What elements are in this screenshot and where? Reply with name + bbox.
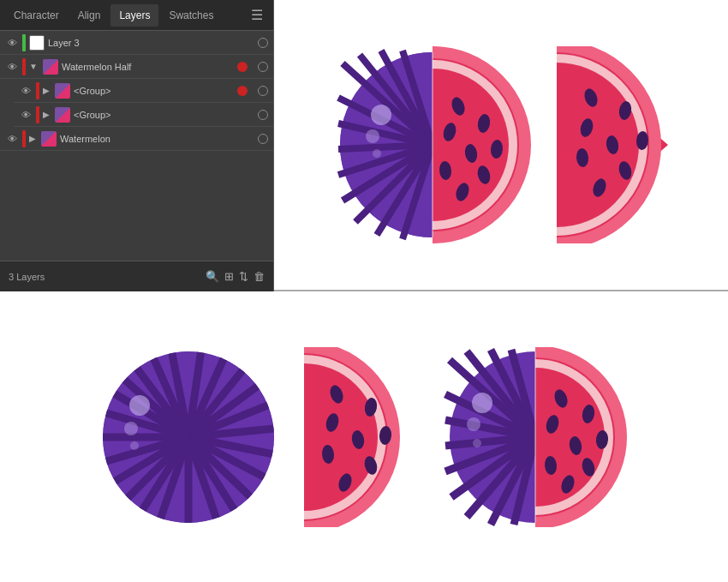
layer-row[interactable]: 👁 Layer 3 <box>0 31 273 55</box>
panel-menu-icon[interactable]: ☰ <box>246 3 268 27</box>
visibility-icon[interactable]: 👁 <box>5 60 19 74</box>
visibility-icon[interactable]: 👁 <box>5 132 19 146</box>
layers-panel: Character Align Layers Swatches ☰ 👁 Laye… <box>0 0 274 291</box>
tab-layers[interactable]: Layers <box>110 4 158 27</box>
layer-thumb <box>29 35 45 51</box>
visibility-icon[interactable]: 👁 <box>19 108 33 122</box>
expand-arrow[interactable]: ▼ <box>29 62 38 71</box>
layer-name: Watermelon <box>60 134 254 144</box>
layer-name: Watermelon Half <box>62 62 234 72</box>
layer-color-bar <box>36 82 39 99</box>
svg-point-103 <box>467 417 480 431</box>
layers-count-label: 3 Layers <box>9 272 45 282</box>
svg-point-72 <box>129 395 150 416</box>
svg-point-17 <box>371 105 391 125</box>
svg-point-104 <box>473 439 481 447</box>
layer-color-bar <box>22 34 26 51</box>
layer-color-bar <box>22 130 26 147</box>
delete-layer-icon[interactable]: 🗑 <box>254 270 265 283</box>
layer-thumb <box>55 83 70 99</box>
layer-row[interactable]: 👁 ▼ Watermelon Half <box>0 55 273 79</box>
layer-target-red[interactable] <box>237 62 248 72</box>
layer-target[interactable] <box>258 134 268 144</box>
layer-name: <Group> <box>74 86 234 96</box>
visibility-icon[interactable]: 👁 <box>5 36 19 50</box>
canvas-area-top <box>274 0 728 290</box>
panel-footer: 3 Layers 🔍 ⊞ ⇅ 🗑 <box>0 261 273 291</box>
expand-arrow[interactable]: ▶ <box>43 110 50 119</box>
watermelon-combo-bottom <box>441 347 630 527</box>
layer-row[interactable]: 👁 ▶ <Group> <box>14 79 273 103</box>
layer-target[interactable] <box>258 38 268 48</box>
layer-target[interactable] <box>258 86 268 96</box>
layer-row[interactable]: 👁 ▶ <Group> <box>14 103 273 127</box>
layer-thumb <box>41 131 57 147</box>
svg-point-102 <box>472 393 492 413</box>
watermelon-purple-full <box>98 347 278 527</box>
layer-name: <Group> <box>74 110 254 120</box>
expand-arrow[interactable]: ▶ <box>29 134 36 143</box>
layer-color-bar <box>22 58 26 75</box>
tab-swatches[interactable]: Swatches <box>160 4 222 27</box>
expand-arrow[interactable]: ▶ <box>43 86 50 95</box>
tab-align[interactable]: Align <box>69 4 110 27</box>
visibility-icon[interactable]: 👁 <box>19 84 33 98</box>
tab-character[interactable]: Character <box>5 4 68 27</box>
bottom-section <box>0 291 728 582</box>
layer-color-bar <box>36 106 39 123</box>
top-section: Character Align Layers Swatches ☰ 👁 Laye… <box>0 0 728 291</box>
svg-point-18 <box>366 129 379 143</box>
layer-thumb <box>55 107 70 123</box>
layer-target-red[interactable] <box>237 86 248 96</box>
layer-target[interactable] <box>258 62 268 72</box>
panel-body: 👁 Layer 3 👁 ▼ Watermelon Half 👁 <box>0 31 273 261</box>
panel-tabs: Character Align Layers Swatches ☰ <box>0 0 273 31</box>
layer-name: Layer 3 <box>48 38 254 48</box>
watermelon-red-half-bottom <box>304 347 415 527</box>
svg-point-74 <box>130 441 139 450</box>
new-layer-icon[interactable]: ⊞ <box>224 270 234 283</box>
move-layer-icon[interactable]: ⇅ <box>239 270 248 283</box>
watermelon-right-half <box>557 46 668 243</box>
svg-point-73 <box>124 422 138 435</box>
layer-thumb <box>43 59 58 75</box>
footer-icons: 🔍 ⊞ ⇅ 🗑 <box>206 270 265 283</box>
search-icon[interactable]: 🔍 <box>206 270 219 283</box>
svg-point-19 <box>373 149 381 158</box>
watermelon-full <box>334 46 531 243</box>
layer-target[interactable] <box>258 110 268 120</box>
layer-row[interactable]: 👁 ▶ Watermelon <box>0 127 273 151</box>
